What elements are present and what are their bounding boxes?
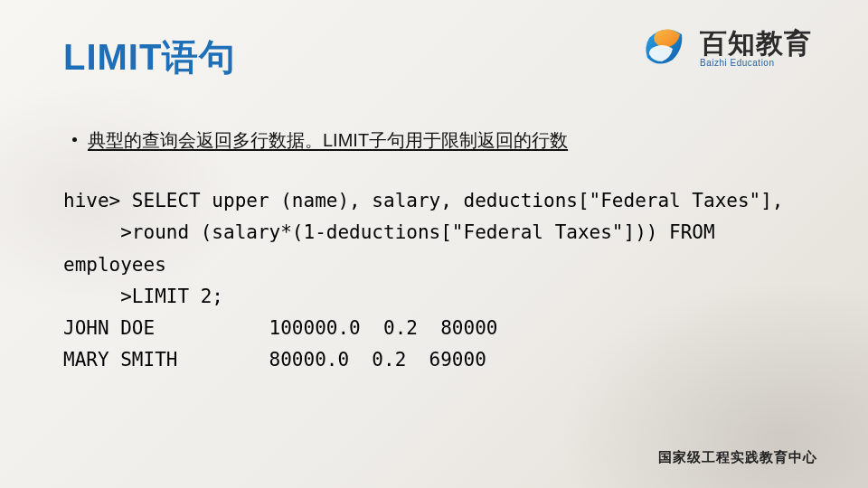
bullet-description: 典型的查询会返回多行数据。LIMIT子句用于限制返回的行数	[72, 128, 568, 153]
code-block: hive> SELECT upper (name), salary, deduc…	[63, 185, 814, 377]
logo-sub-text: Baizhi Education	[700, 58, 812, 68]
slide-title: LIMIT语句	[63, 33, 236, 82]
footer-text: 国家级工程实践教育中心	[658, 449, 817, 466]
bullet-text: 典型的查询会返回多行数据。LIMIT子句用于限制返回的行数	[88, 130, 568, 150]
bullet-icon	[72, 137, 77, 142]
code-line-4: >LIMIT 2;	[63, 286, 223, 307]
brand-logo: 百知教育 Baizhi Education	[638, 22, 812, 74]
code-line-2: >round (salary*(1-deductions["Federal Ta…	[63, 221, 715, 243]
logo-mark-icon	[638, 22, 691, 74]
code-line-3: employees	[63, 254, 166, 276]
logo-text: 百知教育 Baizhi Education	[700, 28, 812, 68]
code-line-5: JOHN DOE 100000.0 0.2 80000	[63, 317, 497, 339]
logo-main-text: 百知教育	[700, 28, 812, 58]
code-line-1: hive> SELECT upper (name), salary, deduc…	[63, 190, 784, 211]
code-line-6: MARY SMITH 80000.0 0.2 69000	[63, 349, 486, 371]
